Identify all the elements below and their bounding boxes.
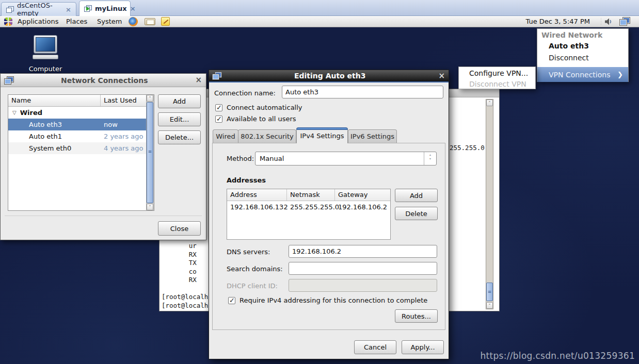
dns-servers-label: DNS servers: <box>227 248 270 256</box>
method-value: Manual <box>255 155 424 162</box>
address-row[interactable]: 192.168.106.132 255.255.255.0 192.168.10… <box>227 201 390 212</box>
tab-wired[interactable]: Wired <box>213 129 238 143</box>
divider <box>5 216 202 216</box>
firefox-icon[interactable] <box>129 17 138 26</box>
close-icon[interactable]: × <box>66 6 71 13</box>
terminal-scrollbar[interactable]: ˄ ≡ ˅ <box>486 99 493 309</box>
connection-name: Auto eth3 <box>8 121 101 128</box>
connection-name: System eth0 <box>8 144 101 152</box>
gnome-panel: Applications Places System Tue Dec 3, 5:… <box>0 16 639 27</box>
vpn-submenu: Configure VPN... Disconnect VPN <box>458 67 536 89</box>
column-last-used[interactable]: Last Used <box>101 95 146 106</box>
tab-8021x-security[interactable]: 802.1x Security <box>238 129 296 143</box>
group-label: Wired <box>20 109 42 117</box>
column-name[interactable]: Name <box>8 95 101 106</box>
list-item-system-eth0[interactable]: System eth0 4 years ago <box>8 142 146 154</box>
connection-name-input[interactable] <box>282 86 443 98</box>
menu-item-vpn-connections[interactable]: VPN Connections ❯ <box>537 67 628 82</box>
checkbox-require-ipv4[interactable] <box>228 297 235 304</box>
scroll-down-icon[interactable]: ˅ <box>147 204 153 210</box>
menu-applications[interactable]: Applications <box>18 17 58 26</box>
vm-tab-bar: dsCentOS-empty × myLinux × <box>0 0 639 16</box>
close-icon[interactable]: × <box>130 5 136 12</box>
expander-icon[interactable]: ▽ <box>12 110 17 115</box>
netmask-value: 255.255.255.0 <box>287 203 335 211</box>
close-icon[interactable]: × <box>195 76 202 84</box>
delete-button[interactable]: Delete... <box>158 130 201 144</box>
connections-list: Name Last Used ▽Wired Auto eth3 now Auto… <box>8 94 154 211</box>
checkbox-label: Connect automatically <box>227 104 302 111</box>
scroll-down-icon[interactable]: ˅ <box>486 302 493 309</box>
ipv4-settings-panel: Method: Manual Addresses Address Netmask… <box>212 143 445 330</box>
scroll-up-icon[interactable]: ˄ <box>486 100 493 106</box>
method-label: Method: <box>227 155 254 162</box>
cancel-button[interactable]: Cancel <box>354 340 396 354</box>
apply-button[interactable]: Apply... <box>402 340 444 354</box>
list-scrollbar[interactable]: ˄ ≡ ˅ <box>146 95 154 210</box>
connection-last-used: 2 years ago <box>101 133 146 140</box>
submenu-arrow-icon: ❯ <box>617 71 623 78</box>
method-combobox[interactable]: Manual <box>255 152 437 166</box>
menu-item-label: VPN Connections <box>549 71 610 79</box>
menu-item-auto-eth3[interactable]: Auto eth3 <box>549 42 589 50</box>
column-address[interactable]: Address <box>227 189 287 201</box>
connection-last-used: now <box>101 121 146 128</box>
routes-button[interactable]: Routes... <box>395 309 438 323</box>
list-item-auto-eth1[interactable]: Auto eth1 2 years ago <box>8 130 146 142</box>
dialog-title: Editing Auto eth3 <box>221 72 438 80</box>
list-item-auto-eth3[interactable]: Auto eth3 now <box>8 119 146 130</box>
clock[interactable]: Tue Dec 3, 5:47 PM <box>525 17 590 26</box>
connection-name-label: Connection name: <box>214 89 276 97</box>
add-button[interactable]: Add <box>158 94 201 108</box>
scroll-up-icon[interactable]: ˄ <box>147 95 153 102</box>
dhcp-client-id-input <box>289 279 437 292</box>
network-monitors-icon[interactable] <box>620 18 630 25</box>
network-connections-titlebar[interactable]: Network Connections × <box>1 74 206 87</box>
centos-logo-icon[interactable] <box>4 18 12 26</box>
desktop-computer-icon[interactable] <box>31 35 60 59</box>
address-delete-button[interactable]: Delete <box>395 207 438 220</box>
menu-item-configure-vpn[interactable]: Configure VPN... <box>469 69 528 77</box>
connection-name: Auto eth1 <box>8 133 101 140</box>
column-netmask[interactable]: Netmask <box>287 189 335 201</box>
group-row-wired[interactable]: ▽Wired <box>8 107 146 119</box>
titlebar-accent <box>209 81 449 82</box>
menu-system[interactable]: System <box>97 17 122 26</box>
dhcp-client-id-label: DHCP client ID: <box>227 282 278 290</box>
checkbox-label: Available to all users <box>227 115 296 123</box>
menu-item-disconnect[interactable]: Disconnect <box>549 54 589 62</box>
computer-icon-label: Computer <box>19 65 72 73</box>
addresses-table-header: Address Netmask Gateway <box>227 189 390 201</box>
watermark: https://blog.csdn.net/u013259361 <box>480 351 635 361</box>
menu-places[interactable]: Places <box>66 17 87 26</box>
screen: dsCentOS-empty × myLinux × Applications … <box>0 0 639 364</box>
list-header: Name Last Used <box>8 95 146 107</box>
address-value: 192.168.106.132 <box>227 203 287 211</box>
addresses-table: Address Netmask Gateway 192.168.106.132 … <box>227 189 391 240</box>
mail-icon[interactable] <box>145 18 155 25</box>
volume-icon[interactable] <box>604 18 613 27</box>
scrollbar-thumb[interactable]: ≡ <box>147 102 153 203</box>
search-domains-input[interactable] <box>289 262 437 275</box>
vm-tab-mylinux[interactable]: myLinux × <box>79 1 131 16</box>
edit-button[interactable]: Edit... <box>158 112 201 126</box>
checkbox-connect-automatically[interactable] <box>215 104 222 111</box>
column-gateway[interactable]: Gateway <box>335 189 390 201</box>
combo-stepper-icon[interactable] <box>424 152 436 165</box>
tab-ipv6-settings[interactable]: IPv6 Settings <box>348 129 397 143</box>
scrollbar-thumb[interactable]: ≡ <box>486 283 493 301</box>
network-manager-icon <box>5 77 13 84</box>
vm-tab-dscentos[interactable]: dsCentOS-empty × <box>1 2 76 16</box>
close-icon[interactable]: × <box>438 72 445 80</box>
checkbox-available-all-users[interactable] <box>215 115 222 123</box>
dialog-titlebar[interactable]: Editing Auto eth3 × <box>209 70 449 81</box>
search-domains-label: Search domains: <box>227 265 283 273</box>
close-button[interactable]: Close <box>158 221 201 236</box>
connection-last-used: 4 years ago <box>101 144 146 152</box>
address-add-button[interactable]: Add <box>395 189 438 202</box>
notes-icon[interactable] <box>161 17 170 26</box>
play-icon <box>86 7 90 11</box>
dns-servers-input[interactable] <box>289 245 437 258</box>
vm-window-icon <box>6 6 14 13</box>
tab-ipv4-settings[interactable]: IPv4 Settings <box>296 127 348 143</box>
